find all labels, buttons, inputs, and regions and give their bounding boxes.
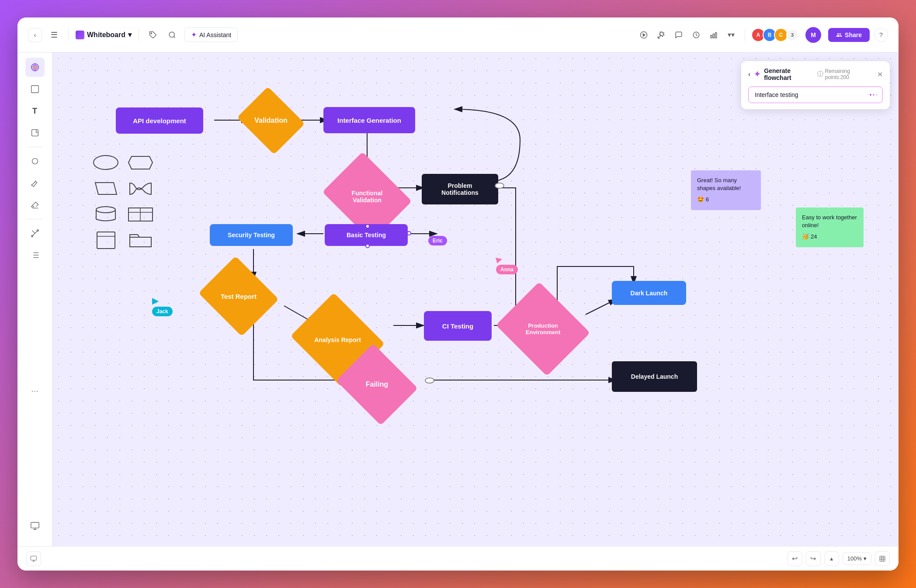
- node-security-testing[interactable]: Security Testing: [210, 224, 293, 246]
- svg-rect-30: [97, 232, 115, 249]
- sticky-note-2[interactable]: Easy to work together online! 🥳 24: [796, 208, 864, 247]
- toolbar: ‹ ☰ Whiteboard ▾ ✦ AI Assistant: [17, 17, 899, 52]
- ai-panel-points: ⓘ Remaining points:200: [817, 68, 874, 80]
- share-label: Share: [845, 31, 862, 38]
- dot3: [876, 94, 878, 96]
- toolbar-left: ‹ ☰ Whiteboard ▾ ✦ AI Assistant: [28, 28, 631, 42]
- share-button[interactable]: Share: [828, 28, 870, 42]
- svg-rect-47: [31, 556, 36, 560]
- tool-connector[interactable]: [25, 224, 45, 243]
- celebration-btn[interactable]: [654, 28, 669, 42]
- help-button[interactable]: ?: [874, 28, 888, 42]
- node-test-report[interactable]: Test Report: [208, 270, 269, 322]
- svg-rect-9: [31, 86, 38, 93]
- node-production-env[interactable]: Production Environment: [507, 298, 579, 360]
- back-button[interactable]: ‹: [28, 28, 42, 42]
- toolbar-divider2: [139, 29, 139, 41]
- jack-cursor: ▶ Jack: [152, 295, 159, 307]
- svg-marker-3: [643, 34, 645, 36]
- svg-rect-10: [31, 130, 38, 136]
- node-dark-launch[interactable]: Dark Launch: [612, 281, 686, 305]
- emoji-2: 🥳: [802, 233, 809, 241]
- node-ci-testing[interactable]: CI Testing: [424, 311, 492, 341]
- shape-hex[interactable]: [126, 153, 155, 173]
- whiteboard-dropdown-icon: ▾: [128, 31, 132, 39]
- svg-point-1: [169, 32, 174, 37]
- ai-panel-input[interactable]: [748, 86, 883, 103]
- shape-wave[interactable]: [126, 179, 155, 198]
- node-func-validation[interactable]: Functional Validation: [332, 168, 402, 225]
- screen-share-btn[interactable]: [25, 516, 45, 541]
- tool-palette[interactable]: [25, 58, 45, 77]
- tool-text[interactable]: T: [25, 101, 45, 121]
- shape-parallelogram[interactable]: [92, 179, 120, 198]
- ai-panel-header: ‹ ✦ Generate flowchart ⓘ Remaining point…: [748, 67, 883, 81]
- main-canvas[interactable]: API development Validation Interface Gen…: [52, 52, 899, 546]
- canvas-area: T ···: [17, 52, 899, 546]
- dot2: [873, 94, 874, 96]
- avatar-count: 3: [786, 29, 798, 41]
- comment-btn[interactable]: [671, 28, 686, 42]
- shape-oval[interactable]: [92, 153, 120, 173]
- my-avatar[interactable]: M: [805, 27, 821, 43]
- node-api-development[interactable]: API development: [116, 107, 203, 134]
- tool-sticky[interactable]: [25, 123, 45, 142]
- tool-shape[interactable]: [25, 152, 45, 171]
- ai-panel-title-area: ‹ ✦ Generate flowchart: [748, 67, 817, 81]
- toolbar-divider: [68, 29, 69, 41]
- node-problem-notif[interactable]: Problem Notifications: [422, 174, 498, 204]
- undo-btn[interactable]: ↩: [788, 551, 802, 566]
- shape-folder[interactable]: [126, 230, 155, 250]
- search-button[interactable]: [165, 28, 179, 42]
- connector-oval-2: [425, 377, 434, 384]
- toolbar-right-icons: ▾▾: [636, 28, 739, 42]
- connector-dot-1: [365, 224, 370, 228]
- svg-rect-5: [711, 35, 712, 38]
- whiteboard-icon: [76, 31, 84, 39]
- svg-rect-6: [713, 34, 715, 38]
- tool-select[interactable]: [25, 80, 45, 99]
- shape-cylinder[interactable]: [92, 204, 120, 224]
- sticky-note-1[interactable]: Great! So many shapes available! 🤩 6: [691, 170, 761, 210]
- tool-eraser[interactable]: [25, 195, 45, 214]
- zoom-control[interactable]: 100% ▾: [843, 552, 871, 565]
- bottom-left: [26, 551, 41, 566]
- whiteboard-title[interactable]: Whiteboard ▾: [76, 31, 132, 39]
- shape-table[interactable]: [126, 204, 155, 224]
- node-interface-gen[interactable]: Interface Generation: [323, 107, 415, 133]
- chart-btn[interactable]: [706, 28, 721, 42]
- ai-panel-close[interactable]: ✕: [877, 70, 883, 79]
- node-validation[interactable]: Validation: [245, 99, 297, 142]
- shape-palette: [87, 149, 159, 254]
- shape-page[interactable]: [92, 230, 120, 250]
- screen-record-btn[interactable]: [26, 551, 41, 566]
- tool-list[interactable]: [25, 246, 45, 265]
- ai-panel-input-wrapper: [748, 86, 883, 103]
- play-btn[interactable]: [636, 28, 651, 42]
- sidebar-sep2: [27, 219, 43, 219]
- cursor-btn[interactable]: ▲: [824, 551, 839, 566]
- ai-label: AI Assistant: [199, 31, 231, 38]
- zoom-dropdown-icon: ▾: [864, 555, 867, 562]
- tool-pen[interactable]: [25, 173, 45, 193]
- menu-button[interactable]: ☰: [47, 28, 61, 42]
- sidebar-sep1: [27, 147, 43, 147]
- tool-more[interactable]: ···: [25, 381, 45, 400]
- app-window: ‹ ☰ Whiteboard ▾ ✦ AI Assistant: [17, 17, 899, 571]
- svg-marker-22: [128, 156, 153, 169]
- timer-btn[interactable]: [689, 28, 704, 42]
- svg-point-21: [94, 156, 118, 169]
- map-view-btn[interactable]: [875, 551, 890, 566]
- divider3: [745, 29, 745, 41]
- ai-panel-back[interactable]: ‹: [748, 70, 750, 78]
- node-delayed-launch[interactable]: Delayed Launch: [612, 361, 697, 392]
- redo-btn[interactable]: ↪: [806, 551, 821, 566]
- more-tools-btn[interactable]: ▾▾: [724, 28, 739, 42]
- connector-oval-1: [495, 183, 504, 189]
- tags-button[interactable]: [146, 28, 160, 42]
- emoji-1: 🤩: [697, 196, 704, 204]
- node-failing[interactable]: Failing: [345, 358, 409, 411]
- ai-icon: ✦: [191, 31, 197, 39]
- bottom-right: ↩ ↪ ▲ 100% ▾: [788, 551, 890, 566]
- ai-assistant-button[interactable]: ✦ AI Assistant: [184, 28, 238, 42]
